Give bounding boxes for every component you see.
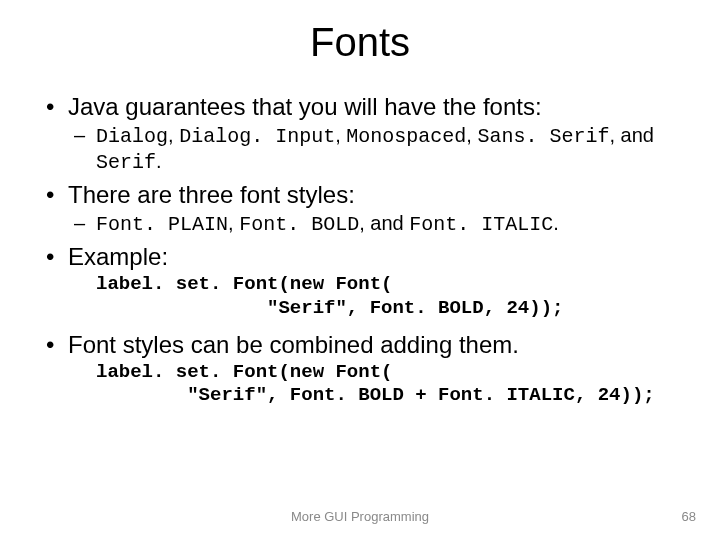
text-run: . xyxy=(156,150,162,172)
bullet-item: There are three font styles: Font. PLAIN… xyxy=(40,181,680,237)
bullet-text: Java guarantees that you will have the f… xyxy=(68,93,542,120)
code-block: label. set. Font(new Font( "Serif", Font… xyxy=(96,361,680,409)
bullet-text: Font styles can be combined adding them. xyxy=(68,331,519,358)
page-number: 68 xyxy=(682,509,696,524)
code-inline: Serif xyxy=(96,151,156,174)
code-inline: Font. BOLD xyxy=(239,213,359,236)
code-block: label. set. Font(new Font( "Serif", Font… xyxy=(96,273,680,321)
bullet-item: Example: label. set. Font(new Font( "Ser… xyxy=(40,243,680,321)
text-run: , xyxy=(168,124,179,146)
code-inline: Font. PLAIN xyxy=(96,213,228,236)
text-run: , and xyxy=(359,212,409,234)
bullet-text: Example: xyxy=(68,243,168,270)
sub-list: Font. PLAIN, Font. BOLD, and Font. ITALI… xyxy=(68,211,680,237)
bullet-text: There are three font styles: xyxy=(68,181,355,208)
text-run: , xyxy=(335,124,346,146)
text-run: , and xyxy=(609,124,653,146)
text-run: , xyxy=(466,124,477,146)
bullet-item: Font styles can be combined adding them.… xyxy=(40,331,680,409)
text-run: , xyxy=(228,212,239,234)
sub-item: Font. PLAIN, Font. BOLD, and Font. ITALI… xyxy=(68,211,680,237)
code-inline: Dialog xyxy=(96,125,168,148)
footer-text: More GUI Programming xyxy=(0,509,720,524)
text-run: . xyxy=(553,212,559,234)
sub-list: Dialog, Dialog. Input, Monospaced, Sans.… xyxy=(68,123,680,175)
bullet-list: Java guarantees that you will have the f… xyxy=(40,93,680,408)
sub-item: Dialog, Dialog. Input, Monospaced, Sans.… xyxy=(68,123,680,175)
code-inline: Monospaced xyxy=(346,125,466,148)
code-inline: Sans. Serif xyxy=(477,125,609,148)
slide-title: Fonts xyxy=(40,20,680,65)
code-inline: Dialog. Input xyxy=(179,125,335,148)
bullet-item: Java guarantees that you will have the f… xyxy=(40,93,680,175)
code-inline: Font. ITALIC xyxy=(409,213,553,236)
